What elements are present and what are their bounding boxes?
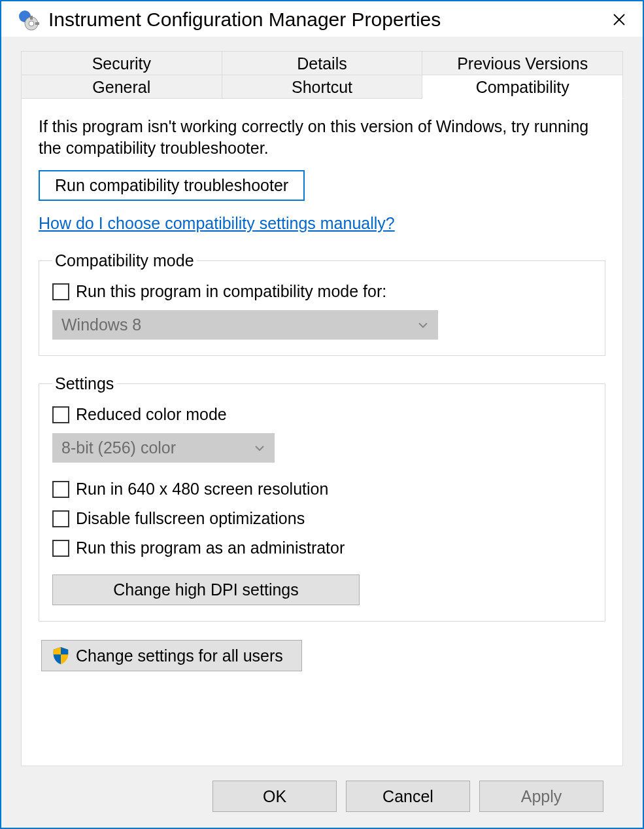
change-all-users-button[interactable]: Change settings for all users [41, 640, 302, 671]
chevron-down-icon [254, 442, 265, 454]
client-area: Security Details Previous Versions Gener… [1, 37, 643, 828]
compatibility-mode-group: Compatibility mode Run this program in c… [39, 251, 605, 356]
compatibility-mode-legend: Compatibility mode [52, 251, 197, 270]
settings-legend: Settings [52, 374, 116, 393]
disable-fullscreen-checkbox[interactable] [52, 510, 69, 527]
run-as-admin-label: Run this program as an administrator [76, 538, 345, 557]
change-all-users-label: Change settings for all users [76, 646, 283, 665]
tab-previous-versions[interactable]: Previous Versions [422, 51, 623, 75]
titlebar: Instrument Configuration Manager Propert… [1, 1, 643, 37]
run-640x480-label: Run in 640 x 480 screen resolution [76, 480, 328, 499]
run-troubleshooter-button[interactable]: Run compatibility troubleshooter [39, 170, 305, 201]
reduced-color-checkbox[interactable] [52, 406, 69, 423]
compat-mode-dropdown[interactable]: Windows 8 [52, 310, 438, 340]
color-mode-selected: 8-bit (256) color [61, 438, 176, 457]
run-as-admin-checkbox[interactable] [52, 540, 69, 557]
compat-mode-checkbox[interactable] [52, 283, 69, 300]
dialog-footer: OK Cancel Apply [21, 766, 623, 828]
apply-button[interactable]: Apply [479, 781, 603, 812]
tab-general[interactable]: General [21, 75, 222, 99]
chevron-down-icon [417, 319, 429, 331]
tab-compatibility[interactable]: Compatibility [422, 75, 623, 99]
intro-text: If this program isn't working correctly … [39, 116, 605, 158]
properties-dialog: Instrument Configuration Manager Propert… [0, 0, 644, 829]
settings-group: Settings Reduced color mode 8-bit (256) … [39, 374, 605, 622]
tab-details[interactable]: Details [222, 51, 423, 75]
tab-shortcut[interactable]: Shortcut [222, 75, 423, 99]
close-icon [613, 13, 626, 26]
reduced-color-label: Reduced color mode [76, 405, 227, 424]
tab-page-compatibility: If this program isn't working correctly … [21, 99, 623, 766]
run-640x480-checkbox[interactable] [52, 481, 69, 498]
color-mode-dropdown[interactable]: 8-bit (256) color [52, 433, 275, 463]
app-icon [16, 8, 39, 31]
cancel-button[interactable]: Cancel [346, 781, 470, 812]
compat-mode-label: Run this program in compatibility mode f… [76, 282, 386, 301]
svg-rect-3 [30, 16, 33, 20]
window-title: Instrument Configuration Manager Propert… [48, 9, 598, 31]
svg-rect-4 [35, 22, 39, 25]
disable-fullscreen-label: Disable fullscreen optimizations [76, 509, 305, 528]
shield-icon [51, 646, 71, 665]
svg-point-2 [29, 21, 34, 26]
tab-security[interactable]: Security [21, 51, 222, 75]
help-link[interactable]: How do I choose compatibility settings m… [39, 214, 395, 233]
ok-button[interactable]: OK [212, 781, 337, 812]
close-button[interactable] [607, 8, 631, 31]
compat-mode-selected: Windows 8 [61, 315, 141, 334]
tab-strip: Security Details Previous Versions Gener… [21, 51, 623, 99]
high-dpi-settings-button[interactable]: Change high DPI settings [52, 574, 360, 605]
